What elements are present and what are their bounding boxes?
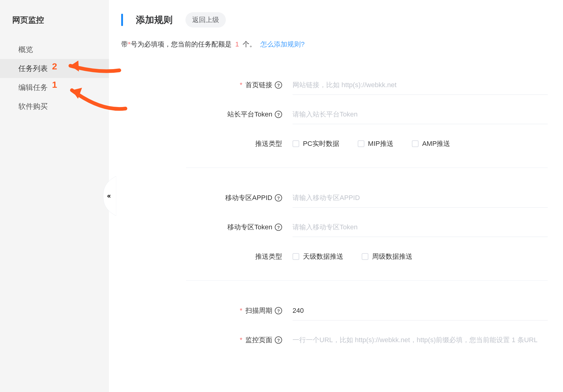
page-title: 添加规则	[136, 14, 173, 26]
checkbox-daily-push[interactable]: 天级数据推送	[293, 252, 343, 261]
form-row-homepage: * 首页链接 ?	[121, 70, 548, 100]
form-row-scan-cycle: * 扫描周期 ?	[121, 296, 548, 325]
section-divider	[186, 280, 548, 281]
checkbox-pc-realtime[interactable]: PC实时数据	[293, 139, 339, 148]
checkbox-box-icon	[358, 140, 364, 147]
sidebar-item-label: 编辑任务	[18, 83, 48, 92]
checkbox-box-icon	[293, 140, 299, 147]
help-icon[interactable]: ?	[275, 224, 282, 231]
how-to-add-rule-link[interactable]: 怎么添加规则?	[260, 40, 304, 48]
checkbox-label: AMP推送	[422, 139, 450, 148]
form-row-mobile-appid: 移动专区APPID ?	[121, 183, 548, 213]
notice-text: 带*号为必填项，您当前的任务配额是 1 个。 怎么添加规则?	[121, 40, 548, 49]
page-header: 添加规则 返回上级	[121, 12, 548, 28]
back-button-label: 返回上级	[192, 16, 219, 24]
form-row-monitor-page: * 监控页面 ? 一行一个URL，比如 http(s)://webkk.net，…	[121, 325, 548, 355]
label-push-type-2: 推送类型	[121, 252, 293, 261]
help-icon[interactable]: ?	[275, 307, 282, 314]
sidebar: 网页监控 概览 任务列表 编辑任务 软件购买 2 1	[0, 0, 109, 392]
help-icon[interactable]: ?	[275, 111, 282, 118]
checkbox-amp-push[interactable]: AMP推送	[412, 139, 450, 148]
checkbox-label: 天级数据推送	[303, 252, 343, 261]
checkbox-mip-push[interactable]: MIP推送	[358, 139, 393, 148]
title-accent-bar	[121, 14, 123, 26]
back-button[interactable]: 返回上级	[185, 12, 226, 28]
help-icon[interactable]: ?	[275, 194, 282, 202]
label-push-type-1: 推送类型	[121, 139, 293, 148]
main-content: 添加规则 返回上级 带*号为必填项，您当前的任务配额是 1 个。 怎么添加规则?…	[109, 0, 563, 392]
scan-cycle-input[interactable]	[293, 301, 548, 320]
checkbox-box-icon	[412, 140, 419, 147]
checkbox-weekly-push[interactable]: 周级数据推送	[362, 252, 412, 261]
help-icon[interactable]: ?	[275, 81, 282, 89]
label-homepage: * 首页链接 ?	[121, 80, 293, 90]
annotation-arrow-1-icon	[61, 81, 129, 115]
form-row-site-token: 站长平台Token ?	[121, 100, 548, 129]
form-row-push-type-2: 推送类型 天级数据推送 周级数据推送	[121, 242, 548, 271]
svg-marker-0	[70, 61, 79, 72]
homepage-input[interactable]	[293, 76, 548, 95]
form-row-push-type-1: 推送类型 PC实时数据 MIP推送 A	[121, 129, 548, 158]
label-mobile-appid: 移动专区APPID ?	[121, 193, 293, 202]
sidebar-item-label: 概览	[18, 45, 33, 54]
sidebar-collapse-handle[interactable]: «	[102, 176, 116, 216]
sidebar-item-overview[interactable]: 概览	[0, 40, 109, 59]
mobile-appid-input[interactable]	[293, 188, 548, 208]
rule-form: * 首页链接 ? 站长平台Token ? 推送类型	[121, 70, 548, 355]
label-monitor-page: * 监控页面 ?	[121, 335, 293, 345]
checkbox-label: MIP推送	[368, 139, 393, 148]
chevron-left-double-icon: «	[107, 193, 111, 199]
label-mobile-token: 移动专区Token ?	[121, 223, 293, 232]
label-scan-cycle: * 扫描周期 ?	[121, 306, 293, 315]
section-divider	[186, 168, 548, 168]
checkbox-box-icon	[293, 253, 299, 260]
checkbox-label: PC实时数据	[303, 139, 339, 148]
annotation-arrow-2-icon	[61, 58, 122, 76]
checkbox-label: 周级数据推送	[372, 252, 412, 261]
help-icon[interactable]: ?	[275, 336, 282, 344]
form-row-mobile-token: 移动专区Token ?	[121, 213, 548, 242]
label-site-token: 站长平台Token ?	[121, 110, 293, 119]
sidebar-item-label: 软件购买	[18, 102, 48, 111]
mobile-token-input[interactable]	[293, 218, 548, 237]
sidebar-title: 网页监控	[0, 0, 109, 40]
site-token-input[interactable]	[293, 105, 548, 124]
checkbox-box-icon	[362, 253, 368, 260]
sidebar-item-label: 任务列表	[18, 64, 48, 73]
monitor-page-input[interactable]: 一行一个URL，比如 http(s)://webkk.net，http(s)前缀…	[293, 330, 548, 350]
